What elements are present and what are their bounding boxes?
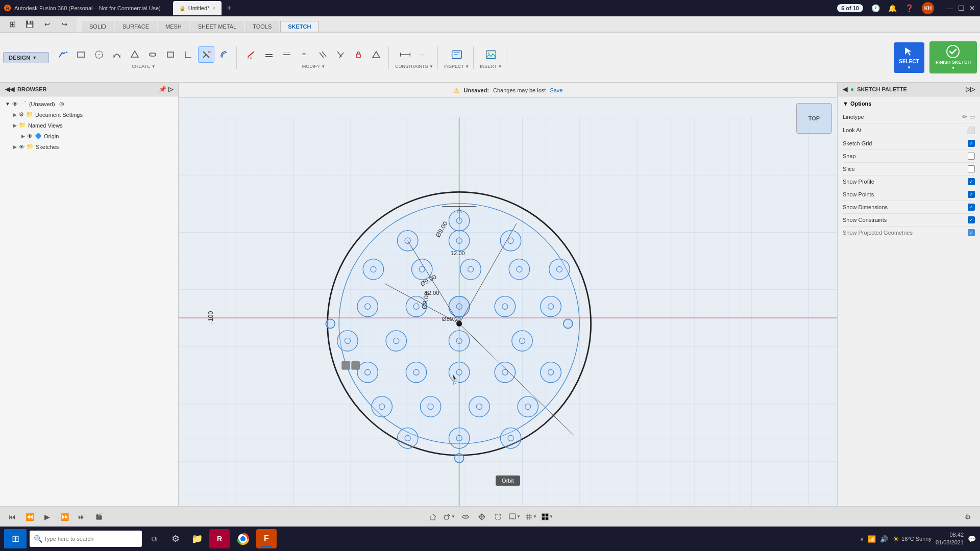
tab-sketch[interactable]: SKETCH [280,21,318,32]
skip-start-btn[interactable]: ⏮ [5,510,19,524]
show-dimensions-checkbox[interactable]: ✓ [968,204,975,211]
equal-btn[interactable]: = [297,46,313,63]
settings-taskbar-btn[interactable]: ⚙ [166,530,185,548]
settings-gear-btn[interactable]: ⚙ [961,510,975,524]
sketch-dim-btn[interactable]: D [243,46,259,63]
offset-tool-btn[interactable] [216,46,232,63]
browser-sketches[interactable]: ▶ 👁 📁 Sketches [8,141,178,152]
parallel-btn[interactable] [314,46,331,63]
line-tool-btn[interactable] [55,46,71,63]
task-view-btn[interactable]: ⧉ [145,530,163,548]
prev-btn[interactable]: ⏪ [22,510,37,524]
eye-icon[interactable]: 👁 [12,101,18,107]
circle2-btn[interactable] [279,46,295,63]
show-constraints-checkbox[interactable]: ✓ [968,216,975,223]
show-projected-checkbox[interactable]: ✓ [968,229,975,236]
minimize-btn[interactable]: — [946,5,953,12]
view-options-btn[interactable]: ▼ [540,510,554,524]
new-tab-btn[interactable]: + [223,4,235,13]
trim-tool-btn[interactable]: ✂ [198,46,214,63]
snap-checkbox[interactable] [968,153,975,160]
slice-checkbox[interactable] [968,165,975,172]
circle-tool-btn[interactable] [91,46,107,63]
triangle-tool-btn[interactable] [127,46,143,63]
expand-tray-icon[interactable]: ∧ [860,536,864,542]
fillet-tool-btn[interactable] [180,46,197,63]
search-input[interactable] [30,531,142,547]
pan-btn[interactable] [475,510,489,524]
tab-surface[interactable]: SURFACE [115,21,157,32]
orbit-btn[interactable] [458,510,473,524]
tab-tools[interactable]: TOOLS [245,21,279,32]
user-avatar[interactable]: KH [922,2,934,14]
arc-tool-btn[interactable] [109,46,125,63]
tab-mesh[interactable]: MESH [158,21,189,32]
sketches-eye-icon[interactable]: 👁 [19,144,24,150]
more-constraints-btn[interactable]: ··· [415,46,431,63]
options-header[interactable]: ▼ Options [843,101,975,107]
select-btn[interactable]: SELECT ▼ [894,42,924,73]
help-icon[interactable]: ❓ [905,4,914,12]
ram-app-btn[interactable]: R [209,529,230,548]
rect-tool-btn[interactable] [73,46,89,63]
browser-origin[interactable]: ▶ 👁 🔷 Origin [16,131,178,141]
save-link[interactable]: Save [550,87,562,93]
linetype-dash-icon[interactable]: ▭ [969,113,975,120]
fusion-btn[interactable]: F [256,529,277,548]
explorer-btn[interactable]: 📁 [188,530,206,548]
perp-btn[interactable] [332,46,349,63]
show-points-checkbox[interactable]: ✓ [968,191,975,198]
design-dropdown-btn[interactable]: DESIGN ▼ [3,52,49,63]
volume-icon[interactable]: 🔊 [880,535,888,543]
rect2-tool-btn[interactable] [162,46,179,63]
lock-btn[interactable] [350,46,366,63]
finish-sketch-ribbon-btn[interactable]: FINISH SKETCH ▼ [929,41,977,73]
undo-btn[interactable]: ↩ [39,16,55,33]
canvas-area[interactable]: ⚠ Unsaved: Changes may be lost Save [179,83,837,527]
next-btn[interactable]: ⏩ [57,510,71,524]
show-profile-checkbox[interactable]: ✓ [968,178,975,185]
triangle2-btn[interactable] [368,46,384,63]
close-btn[interactable]: ✕ [969,5,976,12]
grid-display-btn[interactable]: ▼ [524,510,538,524]
browser-pin-icon[interactable]: 📌 [159,86,166,93]
grid-menu-btn[interactable]: ⊞ [4,16,20,33]
start-button[interactable]: ⊞ [4,529,27,548]
sketch-grid-checkbox[interactable]: ✓ [968,140,975,147]
browser-root[interactable]: ▼ 👁 📄 (Unsaved) ◎ [0,98,178,109]
zoom-fit-btn[interactable] [491,510,505,524]
browser-collapse-icon[interactable]: ◀◀ [5,86,14,93]
inspect-btn[interactable] [449,46,465,63]
insert-img-btn[interactable] [483,46,499,63]
hdist-btn[interactable] [397,46,413,63]
look-at-icon[interactable]: ⬜ [966,126,975,134]
skip-end-btn[interactable]: ⏭ [75,510,89,524]
collapse-left-icon[interactable]: ◀ [843,86,847,93]
play-btn[interactable]: ▶ [40,510,54,524]
chrome-btn[interactable] [233,529,253,548]
sketch-canvas[interactable]: -100 [179,98,837,527]
origin-eye-icon[interactable]: 👁 [27,133,33,139]
view-cube[interactable]: TOP [796,103,832,134]
line2-btn[interactable] [261,46,277,63]
palette-expand-icon[interactable]: ▷▷ [966,86,975,93]
zoom-dropdown-btn[interactable]: ▼ [442,510,456,524]
tab-solid[interactable]: SOLID [82,21,114,32]
bell-icon[interactable]: 🔔 [888,4,897,12]
tab-sheet-metal[interactable]: SHEET METAL [190,21,244,32]
browser-doc-settings[interactable]: ▶ ⚙ 📁 Document Settings [8,109,178,120]
target-icon[interactable]: ◎ [59,101,64,107]
home-view-btn[interactable] [426,510,440,524]
save-btn[interactable]: 💾 [21,16,38,33]
timeline-settings-btn[interactable]: 🎬 [92,510,106,524]
notification-area-icon[interactable]: 💬 [968,535,976,543]
linetype-pencil-icon[interactable]: ✏ [962,113,967,120]
tab-close-btn[interactable]: × [212,6,215,11]
browser-expand-icon[interactable]: ▷ [168,86,173,93]
network-icon[interactable]: 📶 [868,535,876,543]
browser-named-views[interactable]: ▶ 📁 Named Views [8,120,178,131]
slot-tool-btn[interactable] [144,46,161,63]
redo-btn[interactable]: ↪ [56,16,72,33]
maximize-btn[interactable]: ☐ [958,5,965,12]
active-tab[interactable]: 🔒 Untitled* × [173,1,222,15]
